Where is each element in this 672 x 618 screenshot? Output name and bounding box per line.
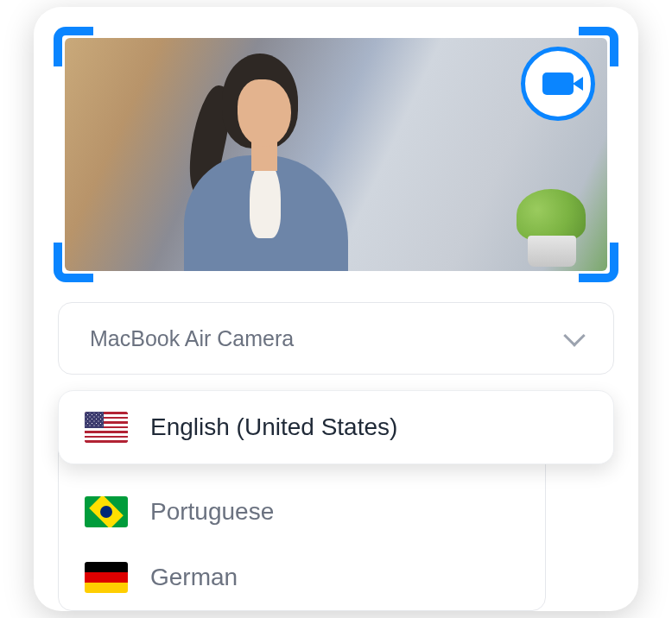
preview-person bbox=[143, 54, 367, 271]
settings-card: MacBook Air Camera English (United State… bbox=[34, 7, 638, 611]
video-camera-icon bbox=[542, 73, 574, 95]
language-list: English (United States) Portuguese Germa… bbox=[58, 399, 614, 611]
flag-br-icon bbox=[85, 496, 128, 527]
chevron-down-icon bbox=[563, 325, 585, 346]
flag-de-icon bbox=[85, 562, 128, 593]
video-preview-frame bbox=[58, 31, 614, 278]
preview-plant bbox=[512, 189, 590, 267]
language-item-selected[interactable]: English (United States) bbox=[58, 390, 614, 464]
language-label: English (United States) bbox=[150, 413, 397, 441]
camera-select-label: MacBook Air Camera bbox=[90, 326, 294, 351]
language-item-german[interactable]: German bbox=[59, 545, 545, 610]
flag-us-icon bbox=[85, 412, 128, 443]
language-item-portuguese[interactable]: Portuguese bbox=[59, 479, 545, 545]
record-button[interactable] bbox=[521, 47, 595, 121]
camera-select-dropdown[interactable]: MacBook Air Camera bbox=[58, 302, 614, 375]
language-label: German bbox=[150, 564, 238, 591]
language-label: Portuguese bbox=[150, 498, 274, 526]
